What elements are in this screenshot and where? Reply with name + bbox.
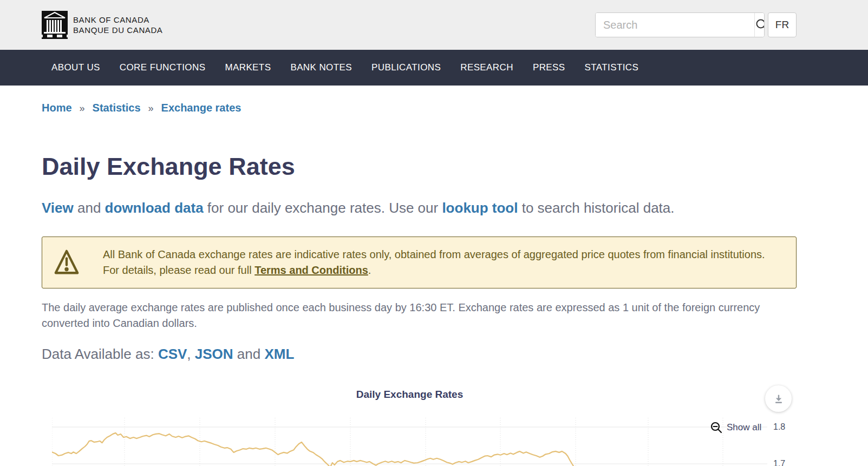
nav-item-markets[interactable]: MARKETS — [215, 50, 280, 86]
warning-triangle-icon — [53, 247, 80, 278]
link-download-data[interactable]: download data — [105, 200, 204, 216]
show-all-button[interactable]: Show all — [710, 421, 761, 434]
nav-item-research[interactable]: RESEARCH — [451, 50, 523, 86]
download-icon — [773, 393, 784, 404]
nav-item-bank-notes[interactable]: BANK NOTES — [280, 50, 362, 86]
y-axis-label: 1.8 — [773, 421, 795, 433]
text-segment: for our daily exchange rates. Use our — [204, 200, 442, 216]
site-header: BANK OF CANADA BANQUE DU CANADA FR — [0, 0, 868, 50]
data-available-text: Data Available as: CSV, JSON and XML — [42, 345, 797, 363]
bank-of-canada-logo[interactable]: BANK OF CANADA BANQUE DU CANADA — [42, 11, 162, 39]
intro-text: View and download data for our daily exc… — [42, 199, 797, 216]
chart-download-button[interactable] — [765, 385, 792, 412]
nav-item-publications[interactable]: PUBLICATIONS — [362, 50, 451, 86]
search-input[interactable] — [596, 13, 754, 37]
nav-item-about-us[interactable]: ABOUT US — [42, 50, 110, 86]
breadcrumb-link-exchange-rates[interactable]: Exchange rates — [161, 102, 242, 114]
text-segment: and — [233, 346, 265, 362]
text-segment: and — [74, 200, 105, 216]
language-toggle-fr[interactable]: FR — [768, 12, 797, 37]
main-nav: ABOUT USCORE FUNCTIONSMARKETSBANK NOTESP… — [0, 50, 868, 86]
text-segment: For details, please read our full — [103, 264, 254, 276]
notice-text: All Bank of Canada exchange rates are in… — [103, 247, 765, 278]
bank-building-icon — [42, 11, 68, 39]
breadcrumb: Home»Statistics»Exchange rates — [42, 102, 797, 116]
page-title: Daily Exchange Rates — [42, 153, 797, 181]
show-all-label: Show all — [727, 422, 761, 433]
zoom-out-icon — [710, 421, 723, 434]
chart-title: Daily Exchange Rates — [52, 389, 767, 401]
link-csv[interactable]: CSV — [158, 346, 187, 362]
text-segment: to search historical data. — [518, 200, 674, 216]
chart-plot-area[interactable] — [52, 418, 767, 466]
chart-section: Daily Exchange Rates Show all — [42, 372, 797, 466]
breadcrumb-link-home[interactable]: Home — [42, 102, 72, 114]
y-axis-label: 1.7 — [773, 458, 795, 466]
search-button[interactable] — [754, 13, 765, 37]
breadcrumb-separator: » — [148, 103, 154, 114]
text-segment: , — [187, 346, 194, 362]
nav-item-core-functions[interactable]: CORE FUNCTIONS — [110, 50, 216, 86]
text-segment: . — [368, 264, 371, 276]
nav-item-press[interactable]: PRESS — [523, 50, 575, 86]
link-terms-and-conditions[interactable]: Terms and Conditions — [254, 264, 368, 276]
link-json[interactable]: JSON — [195, 346, 233, 362]
breadcrumb-link-statistics[interactable]: Statistics — [93, 102, 141, 114]
breadcrumb-separator: » — [80, 103, 85, 114]
link-view[interactable]: View — [42, 200, 74, 216]
notice-box: All Bank of Canada exchange rates are in… — [42, 237, 797, 288]
text-segment: converted into Canadian dollars. — [42, 317, 197, 329]
logo-line-en: BANK OF CANADA — [73, 15, 162, 25]
text-segment: All Bank of Canada exchange rates are in… — [103, 248, 765, 260]
text-segment: Data Available as: — [42, 346, 158, 362]
description-text: The daily average exchange rates are pub… — [42, 300, 784, 331]
search-box — [595, 12, 765, 37]
search-icon — [755, 18, 765, 32]
link-lookup-tool[interactable]: lookup tool — [442, 200, 518, 216]
nav-item-statistics[interactable]: STATISTICS — [575, 50, 649, 86]
link-xml[interactable]: XML — [264, 346, 294, 362]
logo-line-fr: BANQUE DU CANADA — [73, 25, 162, 35]
text-segment: The daily average exchange rates are pub… — [42, 301, 760, 313]
